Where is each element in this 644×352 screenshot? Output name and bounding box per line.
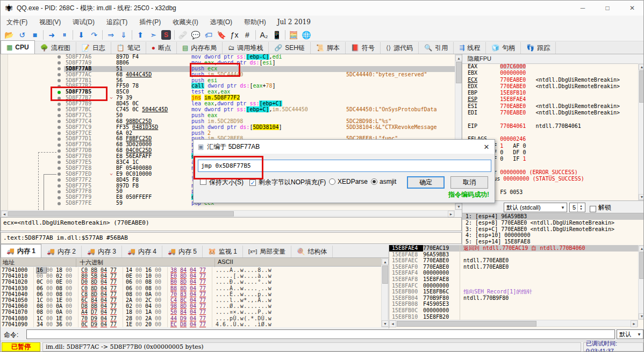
strings-icon[interactable]: A₂ <box>257 29 270 41</box>
dump-row[interactable]: 7704107008000A00A4D7047718001A0050840477… <box>1 309 381 315</box>
menu-item-4[interactable]: 插件(P) <box>133 16 167 28</box>
tab-源代码[interactable]: ⟨⟩源代码 <box>381 42 419 54</box>
patches-icon[interactable]: 🩹 <box>176 29 189 41</box>
arg-row[interactable]: 3: [esp+C] 770EABE0 <ntdll.DbgUiRemoteBr… <box>462 226 644 233</box>
stack-row[interactable]: 15E8FAF815E8FAE8 <box>389 276 644 283</box>
register-row[interactable]: EBX 00000000 <box>462 70 638 76</box>
stack-row[interactable]: 15E8FAEC770EABE0ntdll.770EABE0 <box>389 257 644 264</box>
dump-row[interactable]: 770410200C000E00D08D047706000800B08D0477… <box>1 279 381 285</box>
stack-row[interactable]: 15E8FAE4770EAC19返回到 ntdll.770EAC19 自 ntd… <box>389 245 644 252</box>
attach-device-icon[interactable]: 📱 <box>270 29 283 41</box>
register-row[interactable]: EIP 770B4061 ntdll.770B4061 <box>462 123 638 130</box>
stack-row[interactable]: 15E8FAF0770EABE0ntdll.770EABE0 <box>389 264 644 270</box>
tab-线程[interactable]: ⇶线程 <box>454 42 486 54</box>
assemble-dialog-titlebar[interactable]: ▣ 汇编于 5D8F77AB ✕ <box>194 140 495 154</box>
unlock-checkbox[interactable] <box>590 204 596 213</box>
pause-icon[interactable]: ⏸ <box>58 29 71 41</box>
ok-button[interactable]: 确定 <box>407 176 445 189</box>
dump-row[interactable]: 7704101000000200805B04770E001000E08D0477… <box>1 273 381 279</box>
dump-row[interactable]: 7704103006000800C08D047706000800B88D0477… <box>1 285 381 291</box>
tab-跟踪[interactable]: 👣跟踪 <box>521 42 556 54</box>
tab-断点[interactable]: ●断点 <box>146 42 177 54</box>
restart-icon[interactable]: ↺ <box>16 29 28 41</box>
stop-icon[interactable]: ■ <box>28 29 41 41</box>
tab-引用[interactable]: 🔍引用 <box>419 42 454 54</box>
tab-内存布局[interactable]: ▤内存布局 <box>177 42 223 54</box>
asmjit-radio[interactable] <box>371 178 377 185</box>
tab-句柄[interactable]: 🧊句柄 <box>486 42 521 54</box>
calling-convention-select[interactable]: 默认 (stdcall)▼ <box>504 203 567 212</box>
minimize-button[interactable]: ─ <box>570 1 595 16</box>
register-row[interactable]: ECX 770EABE0 <ntdll.DbgUiRemoteBreakin> <box>462 77 638 83</box>
menu-item-5[interactable]: 收藏夹(I) <box>167 16 204 28</box>
tab-笔记[interactable]: 📋笔记 <box>111 42 146 54</box>
hide-fpu-button[interactable]: 隐藏FPU <box>462 54 644 64</box>
tab-内存 3[interactable]: 🚚内存 3 <box>82 246 122 257</box>
bookmarks-icon[interactable]: 🔖 <box>215 29 228 41</box>
labels-icon[interactable]: 🏷 <box>202 29 215 41</box>
arg-count-stepper[interactable]: 5 ▲▼ <box>569 203 585 212</box>
register-row[interactable] <box>462 116 638 123</box>
arg-row[interactable]: 1: [esp+4] 96A59BB3 <box>462 213 644 220</box>
stack-vscrollbar[interactable]: ▲ ▼ <box>638 245 644 320</box>
tab-局部变量[interactable]: [x=]局部变量 <box>243 246 291 257</box>
register-row[interactable]: EDX 770EABE0 <ntdll.DbgUiRemoteBreakin> <box>462 83 638 90</box>
dump-vscrollbar[interactable]: ▲ ▼ <box>381 258 388 327</box>
register-row[interactable] <box>462 130 638 136</box>
dump-row[interactable]: 770410501C001E006C8404772A002C00C48C0477… <box>1 297 381 303</box>
xedparse-radio[interactable] <box>329 178 335 185</box>
tab-内存 2[interactable]: 🚚内存 2 <box>41 246 82 257</box>
arg-row[interactable]: 5: [esp+14] 15E8FAE8 <box>462 239 644 245</box>
stack-row[interactable]: 15E8FAE896A59BB3 <box>389 252 644 258</box>
dump-row[interactable]: 7704104006000800C88D047708000A0070830477… <box>1 291 381 297</box>
assemble-instruction-input[interactable]: jmp 0x5D8F77B5 <box>198 160 491 172</box>
step-over-icon[interactable]: ↷ <box>88 29 101 41</box>
open-folder-icon[interactable]: 📂 <box>3 29 16 41</box>
stack-row[interactable]: 15E8FB04770B9F80ntdll.770B9F80 <box>389 295 644 301</box>
menu-item-6[interactable]: 选项(O) <box>204 16 238 28</box>
run-to-user-code-icon[interactable]: ⬆ <box>134 29 147 41</box>
tab-SEH链[interactable]: 🔗SEH链 <box>269 42 311 54</box>
arg-row[interactable]: 2: [esp+8] 770EABE0 <ntdll.DbgUiRemoteBr… <box>462 220 644 226</box>
registers-vscrollbar[interactable]: ▲ ▼ <box>638 63 644 200</box>
register-row[interactable]: ESP 15E8FAE4 <box>462 96 638 103</box>
stack-hscrollbar[interactable]: ◄ ► <box>389 320 638 327</box>
execute-till-return-icon[interactable]: ⇒ <box>104 29 117 41</box>
step-out-icon[interactable]: ⇓ <box>117 29 130 41</box>
disasm-row[interactable]: 5D8F77C9FF35 0481D35Dpush dword ptr ds:[… <box>1 125 455 131</box>
dump-row[interactable]: 7704106008000A00D88B047702000400988D0477… <box>1 303 381 309</box>
calculator-icon[interactable]: 🧮 <box>287 29 300 41</box>
hash-icon[interactable]: # <box>241 29 254 41</box>
breakpoint-dot-icon[interactable] <box>58 91 61 94</box>
stack-row[interactable]: 15E8FB0C00000000 <box>389 307 644 314</box>
tab-日志[interactable]: 📝日志 <box>76 42 111 54</box>
stack-row[interactable]: 15E8FAF400000000 <box>389 270 644 276</box>
close-button[interactable]: ✕ <box>620 1 644 16</box>
tab-流程图[interactable]: 🌳流程图 <box>35 42 76 54</box>
settings-globe-icon[interactable]: 🌐 <box>300 29 313 41</box>
command-input[interactable] <box>26 329 615 339</box>
command-profile-select[interactable]: 默认▼ <box>617 329 643 339</box>
attach-thread-icon[interactable]: ➣ <box>147 29 160 41</box>
dump-row[interactable]: 77041090340036000CD904771E002000ECD80477… <box>1 321 381 327</box>
arg-row[interactable]: 4: [esp+10] 00000000 <box>462 232 644 239</box>
functions-icon[interactable]: ƒx <box>228 29 241 41</box>
register-row[interactable]: EBP 15E8FB10 <box>462 90 638 96</box>
register-row[interactable]: EDI 770EABE0 <ntdll.DbgUiRemoteBreakin> <box>462 110 638 116</box>
dump-row[interactable]: 7704100016001800C08B04771400160038840477… <box>1 267 381 273</box>
stack-row[interactable]: 15E8FB0015E8FB6C指向SEH_Record[1]的指针 <box>389 289 644 295</box>
stack-row[interactable]: 15E8FAFC00000000 <box>389 283 644 289</box>
tab-内存 5[interactable]: 🚚内存 5 <box>162 246 203 257</box>
dialog-close-icon[interactable]: ✕ <box>478 143 495 151</box>
nop-fill-checkbox[interactable]: ✓ <box>249 178 256 186</box>
menu-item-2[interactable]: 调试(D) <box>67 16 101 28</box>
step-into-icon[interactable]: ⬇ <box>75 29 88 41</box>
tab-监视 1[interactable]: 🐹监视 1 <box>203 246 243 257</box>
comments-icon[interactable]: 💬 <box>189 29 202 41</box>
tab-结构体[interactable]: 🍭结构体 <box>291 246 333 257</box>
register-row[interactable]: ESI 770EABE0 <ntdll.DbgUiRemoteBreakin> <box>462 103 638 110</box>
register-row[interactable]: EAX 007C6000 <box>462 63 638 70</box>
menu-item-0[interactable]: 文件(F) <box>1 16 33 28</box>
disasm-row[interactable]: 5D8F77AC68 4044C45Dpush im.5DC444405DC44… <box>1 72 455 78</box>
tab-脚本[interactable]: 📜脚本 <box>311 42 346 54</box>
